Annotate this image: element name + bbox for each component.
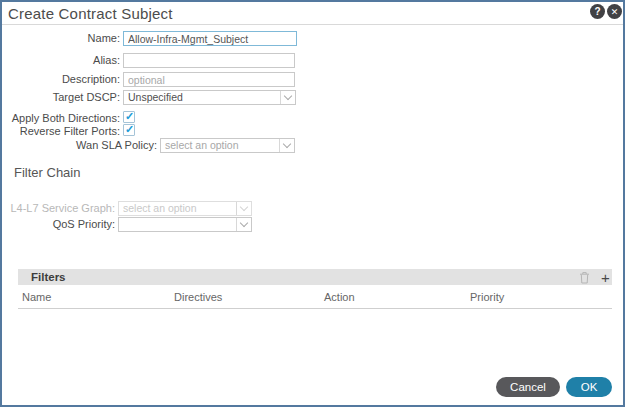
column-header-directives: Directives: [174, 291, 222, 303]
reverse-filter-ports-checkbox[interactable]: ✓: [123, 124, 135, 136]
l4l7-service-graph-select: select an option: [118, 201, 252, 216]
close-button[interactable]: ✕: [607, 4, 622, 19]
chevron-down-icon: [280, 91, 295, 104]
column-header-action: Action: [324, 291, 355, 303]
wan-sla-policy-placeholder: select an option: [165, 139, 239, 152]
cancel-button[interactable]: Cancel: [496, 377, 560, 397]
l4l7-service-graph-label: L4-L7 Service Graph:: [0, 201, 115, 216]
help-icon: ?: [594, 6, 600, 17]
name-label: Name:: [0, 31, 120, 46]
column-header-name: Name: [22, 291, 51, 303]
target-dscp-select[interactable]: Unspecified: [123, 90, 296, 105]
chevron-down-icon: [236, 218, 251, 231]
check-icon: ✓: [125, 111, 134, 121]
description-label: Description:: [0, 72, 120, 87]
reverse-filter-ports-label: Reverse Filter Ports:: [0, 124, 120, 139]
wan-sla-policy-label: Wan SLA Policy:: [37, 138, 157, 153]
filter-chain-heading: Filter Chain: [14, 165, 80, 180]
target-dscp-value: Unspecified: [128, 91, 183, 104]
apply-both-directions-checkbox[interactable]: ✓: [123, 111, 135, 123]
add-filter-button[interactable]: +: [599, 271, 612, 284]
alias-input[interactable]: [123, 53, 295, 68]
name-input[interactable]: [123, 31, 297, 46]
ok-button[interactable]: OK: [566, 377, 612, 397]
chevron-down-icon: [236, 202, 251, 215]
qos-priority-select[interactable]: [118, 217, 252, 232]
chevron-down-icon: [279, 139, 294, 152]
table-divider: [18, 308, 612, 309]
target-dscp-label: Target DSCP:: [0, 90, 120, 105]
check-icon: ✓: [125, 124, 134, 134]
trash-icon: [579, 271, 590, 284]
create-contract-subject-dialog: { "dialog": { "title": "Create Contract …: [0, 0, 625, 407]
close-icon: ✕: [611, 7, 619, 17]
l4l7-service-graph-placeholder: select an option: [123, 202, 197, 215]
qos-priority-label: QoS Priority:: [0, 217, 115, 232]
help-button[interactable]: ?: [590, 4, 605, 19]
wan-sla-policy-select[interactable]: select an option: [160, 138, 295, 153]
description-input[interactable]: [123, 72, 295, 87]
filters-table-title: Filters: [31, 271, 66, 283]
delete-filter-button[interactable]: [578, 271, 591, 284]
column-header-priority: Priority: [470, 291, 504, 303]
header-divider: [0, 24, 625, 25]
plus-icon: +: [601, 272, 610, 284]
dialog-title: Create Contract Subject: [8, 5, 173, 22]
filters-table-header-bar: [18, 269, 612, 285]
alias-label: Alias:: [0, 53, 120, 68]
